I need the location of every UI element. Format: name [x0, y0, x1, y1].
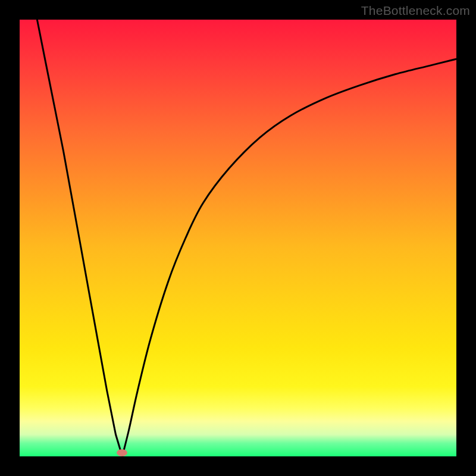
chart-frame: TheBottleneck.com	[0, 0, 476, 476]
curve-svg	[20, 20, 456, 456]
watermark-text: TheBottleneck.com	[361, 4, 470, 18]
curve-left-branch	[37, 20, 122, 456]
plot-area	[20, 20, 456, 456]
curve-right-branch	[123, 59, 457, 456]
